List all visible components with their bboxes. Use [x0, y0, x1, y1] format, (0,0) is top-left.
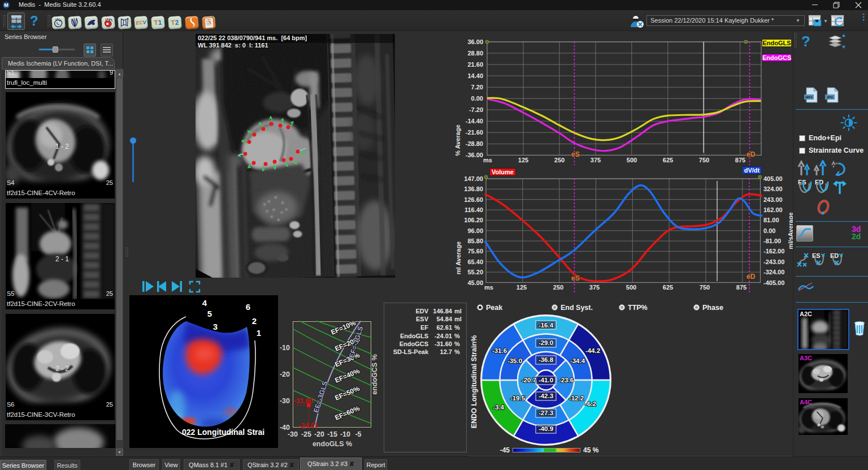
svg-text:JPG: JPG: [826, 96, 833, 99]
svg-text:2 - 2: 2 - 2: [55, 365, 69, 373]
svg-text:eS: eS: [571, 274, 580, 282]
svg-text:ES: ES: [812, 252, 821, 259]
svg-text:6: 6: [246, 302, 250, 312]
svg-text:-3.4: -3.4: [493, 404, 504, 411]
svg-text:ED: ED: [830, 252, 839, 259]
svg-text:eD: eD: [747, 273, 756, 281]
svg-text:022 Longitudinal Strai: 022 Longitudinal Strai: [182, 428, 264, 437]
svg-text:1 - 2: 1 - 2: [55, 143, 69, 150]
svg-text:-35.0: -35.0: [507, 357, 522, 364]
svg-text:EF=10%: EF=10%: [329, 319, 357, 337]
svg-text:2: 2: [252, 316, 257, 326]
svg-text:-36.8: -36.8: [539, 356, 554, 363]
svg-text:-41.0: -41.0: [539, 377, 553, 383]
svg-text:EF=40%: EF=40%: [333, 367, 361, 385]
svg-text:-31.6: -31.6: [492, 347, 507, 354]
svg-text:EF=-3GLS: EF=-3GLS: [312, 380, 329, 413]
svg-text:-40.9: -40.9: [539, 425, 553, 432]
svg-text:-12.2: -12.2: [569, 395, 584, 402]
svg-text:EF=50%: EF=50%: [333, 385, 361, 402]
svg-text:eS: eS: [571, 150, 580, 158]
svg-text:MP4: MP4: [805, 96, 813, 99]
svg-text:-27.3: -27.3: [539, 409, 553, 416]
svg-text:EF=60%: EF=60%: [333, 404, 361, 422]
svg-text:4: 4: [202, 298, 207, 308]
svg-text:2 - 1: 2 - 1: [55, 255, 69, 263]
svg-text:-20.7: -20.7: [522, 377, 536, 383]
svg-text:-29.0: -29.0: [539, 339, 553, 346]
svg-text:1: 1: [257, 328, 261, 338]
svg-text:-16.4: -16.4: [539, 322, 554, 329]
svg-text:-24.01: -24.01: [299, 422, 318, 430]
svg-text:-31.60: -31.60: [294, 397, 313, 405]
svg-text:-19.5: -19.5: [510, 395, 526, 402]
svg-text:3: 3: [213, 322, 218, 331]
svg-text:-6.2: -6.2: [585, 400, 596, 407]
svg-text:5: 5: [207, 309, 212, 318]
svg-text:EF=30%: EF=30%: [333, 351, 361, 369]
svg-text:-34.4: -34.4: [570, 357, 585, 364]
svg-text:-44.2: -44.2: [585, 347, 600, 354]
svg-text:-23.6: -23.6: [559, 377, 574, 383]
svg-text:-42.3: -42.3: [539, 393, 553, 399]
